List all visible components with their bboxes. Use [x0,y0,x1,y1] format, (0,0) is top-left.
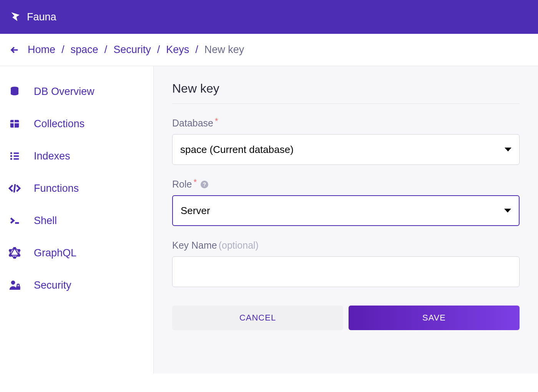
required-indicator: * [215,116,218,126]
required-indicator: * [193,177,197,187]
sidebar-item-indexes[interactable]: Indexes [0,140,153,172]
breadcrumb-space[interactable]: space [71,44,98,56]
keyname-input[interactable] [172,256,520,287]
security-icon [8,278,22,292]
svg-rect-10 [14,158,19,160]
breadcrumb-current: New key [204,44,244,56]
sidebar-item-label: Collections [34,118,85,130]
sidebar-item-label: Shell [34,215,57,227]
breadcrumb-home[interactable]: Home [28,44,55,56]
shell-icon [8,214,22,228]
brand-name: Fauna [27,11,56,23]
keyname-label: Key Name (optional) [172,240,520,251]
breadcrumb-security[interactable]: Security [113,44,151,56]
database-icon [8,85,22,98]
save-button[interactable]: SAVE [349,306,520,330]
page-title: New key [172,81,520,104]
breadcrumb-separator: / [105,44,108,56]
sidebar-item-security[interactable]: Security [0,269,153,301]
svg-point-9 [10,158,12,160]
sidebar-item-label: DB Overview [34,86,95,98]
role-label: Role* ? [172,179,520,190]
database-select-value: space (Current database) [180,144,294,156]
sidebar-item-label: Functions [34,183,79,194]
chevron-down-icon [504,209,511,213]
svg-rect-6 [14,153,19,154]
brand[interactable]: Fauna [9,11,56,23]
form-buttons: CANCEL SAVE [172,306,520,330]
sidebar-item-label: GraphQL [34,247,76,259]
sidebar-item-label: Security [34,279,71,291]
sidebar-item-collections[interactable]: Collections [0,108,153,140]
svg-rect-24 [16,286,20,290]
role-select[interactable]: Server [172,195,520,226]
field-role: Role* ? Server [172,179,520,226]
breadcrumb-separator: / [157,44,160,56]
back-arrow-icon[interactable] [9,45,20,55]
svg-line-11 [14,184,15,192]
database-label: Database* [172,118,520,129]
breadcrumb-separator: / [195,44,198,56]
main-content: New key Database* space (Current databas… [154,66,538,374]
svg-point-17 [14,257,16,259]
breadcrumb-keys[interactable]: Keys [166,44,189,56]
svg-point-23 [11,281,15,285]
help-icon[interactable]: ? [201,181,208,188]
sidebar-item-graphql[interactable]: GraphQL [0,237,153,269]
app-header: Fauna [0,0,538,34]
svg-point-7 [10,155,12,157]
svg-point-19 [9,249,11,251]
breadcrumb-separator: / [61,44,65,56]
cancel-button[interactable]: CANCEL [172,306,343,330]
sidebar-item-shell[interactable]: Shell [0,204,153,237]
optional-indicator: (optional) [219,240,259,251]
role-select-value: Server [181,205,210,217]
table-icon [8,117,22,131]
list-icon [8,149,22,163]
breadcrumb-bar: Home / space / Security / Keys / New key [0,34,538,66]
breadcrumb: Home / space / Security / Keys / New key [28,44,244,56]
chevron-down-icon [505,148,511,151]
database-select[interactable]: space (Current database) [172,134,520,165]
graphql-icon [8,246,22,260]
fauna-logo-icon [9,11,22,23]
sidebar-item-db-overview[interactable]: DB Overview [0,75,153,108]
svg-rect-8 [14,155,19,157]
sidebar: DB Overview Collections Indexes Function… [0,66,154,374]
code-icon [8,181,22,195]
sidebar-item-label: Indexes [34,150,70,162]
svg-point-5 [10,152,12,154]
field-database: Database* space (Current database) [172,118,520,165]
sidebar-item-functions[interactable]: Functions [0,172,153,204]
field-keyname: Key Name (optional) [172,240,520,287]
svg-point-15 [18,249,20,251]
